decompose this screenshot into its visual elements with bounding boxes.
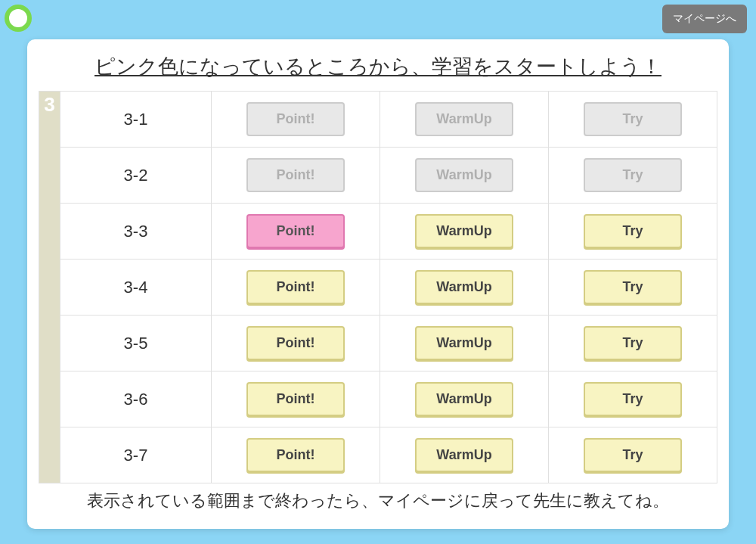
warmup-button[interactable]: WarmUp: [415, 382, 513, 416]
lesson-label: 3-6: [60, 371, 212, 427]
lesson-label: 3-1: [60, 92, 212, 148]
warmup-button: WarmUp: [415, 102, 513, 136]
lesson-table: 33-1Point!WarmUpTry3-2Point!WarmUpTry3-3…: [39, 91, 717, 483]
try-button[interactable]: Try: [584, 270, 682, 304]
try-button: Try: [584, 158, 682, 192]
point-button[interactable]: Point!: [246, 326, 345, 360]
lesson-label: 3-3: [60, 204, 212, 260]
footer-message: 表示されている範囲まで終わったら、マイページに戻って先生に教えてね。: [27, 490, 729, 512]
warmup-button: WarmUp: [415, 158, 513, 192]
lesson-label: 3-7: [60, 427, 212, 483]
button-cell: WarmUp: [380, 427, 549, 483]
try-button: Try: [584, 102, 682, 136]
button-cell: Try: [549, 148, 717, 204]
logo-icon: [5, 5, 32, 32]
button-cell: Try: [549, 204, 717, 260]
lesson-label: 3-4: [60, 260, 212, 316]
button-cell: Point!: [212, 148, 380, 204]
button-cell: Point!: [212, 204, 380, 260]
point-button: Point!: [246, 102, 345, 136]
button-cell: WarmUp: [380, 260, 549, 316]
button-cell: Point!: [212, 427, 380, 483]
page-title: ピンク色になっているところから、学習をスタートしよう！: [27, 53, 729, 80]
point-button[interactable]: Point!: [246, 270, 345, 304]
try-button[interactable]: Try: [584, 214, 682, 248]
button-cell: Point!: [212, 371, 380, 427]
table-row: 3-2Point!WarmUpTry: [39, 148, 717, 204]
button-cell: Try: [549, 316, 717, 371]
lesson-label: 3-2: [60, 148, 212, 204]
button-cell: WarmUp: [380, 148, 549, 204]
mypage-button[interactable]: マイページへ: [662, 5, 747, 33]
table-row: 3-3Point!WarmUpTry: [39, 204, 717, 260]
try-button[interactable]: Try: [584, 438, 682, 472]
table-row: 3-6Point!WarmUpTry: [39, 371, 717, 427]
table-row: 33-1Point!WarmUpTry: [39, 92, 717, 148]
button-cell: Try: [549, 260, 717, 316]
table-row: 3-5Point!WarmUpTry: [39, 316, 717, 371]
table-row: 3-7Point!WarmUpTry: [39, 427, 717, 483]
button-cell: WarmUp: [380, 92, 549, 148]
try-button[interactable]: Try: [584, 326, 682, 360]
try-button[interactable]: Try: [584, 382, 682, 416]
warmup-button[interactable]: WarmUp: [415, 214, 513, 248]
point-button[interactable]: Point!: [246, 382, 345, 416]
section-column: 3: [39, 92, 60, 483]
lesson-label: 3-5: [60, 316, 212, 371]
section-number: 3: [39, 92, 60, 114]
warmup-button[interactable]: WarmUp: [415, 326, 513, 360]
main-panel: ピンク色になっているところから、学習をスタートしよう！ 33-1Point!Wa…: [27, 39, 729, 529]
point-button[interactable]: Point!: [246, 438, 345, 472]
button-cell: Try: [549, 427, 717, 483]
button-cell: Point!: [212, 92, 380, 148]
point-button: Point!: [246, 158, 345, 192]
warmup-button[interactable]: WarmUp: [415, 270, 513, 304]
button-cell: Point!: [212, 316, 380, 371]
button-cell: WarmUp: [380, 316, 549, 371]
button-cell: WarmUp: [380, 204, 549, 260]
warmup-button[interactable]: WarmUp: [415, 438, 513, 472]
button-cell: Try: [549, 371, 717, 427]
point-button[interactable]: Point!: [246, 214, 345, 248]
button-cell: WarmUp: [380, 371, 549, 427]
button-cell: Try: [549, 92, 717, 148]
button-cell: Point!: [212, 260, 380, 316]
table-row: 3-4Point!WarmUpTry: [39, 260, 717, 316]
